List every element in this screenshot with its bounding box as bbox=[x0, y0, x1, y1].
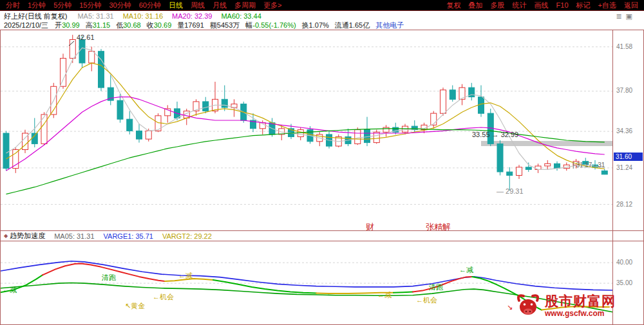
chart-annotation-5: | 31.17 - 31 bbox=[573, 162, 605, 169]
info-field-5: 额5453万 bbox=[210, 21, 240, 29]
indicator-annotation-2: ←减 bbox=[178, 272, 193, 279]
toolbar-tool-item-2[interactable]: 多股 bbox=[487, 0, 509, 10]
toolbar-period-item-2[interactable]: 5分钟 bbox=[50, 0, 75, 10]
ma-label-1: MA10: 31.16 bbox=[123, 12, 163, 20]
info-field-value-7: 1.07% bbox=[309, 21, 329, 29]
ma-label-2: MA20: 32.39 bbox=[172, 12, 212, 20]
indicator-annotation-9: ↘ bbox=[507, 303, 513, 311]
indicator-field-0: MA05: 31.31 bbox=[54, 232, 94, 240]
toolbar-right: 复权叠加多股统计画线F10标记+自选返回 bbox=[443, 0, 642, 10]
chart-annotation-1: 33.55 → 32.99 bbox=[472, 131, 518, 138]
toolbar-tool-item-6[interactable]: 标记 bbox=[573, 0, 594, 10]
watermark-url: www.gscfw.com bbox=[545, 309, 616, 319]
info-field-value-5: 5453万 bbox=[217, 21, 240, 29]
toolbar-period-item-8[interactable]: 月线 bbox=[209, 0, 231, 10]
info-field-9: 其他电子 bbox=[375, 21, 404, 29]
info-field-2: 低30.68 bbox=[116, 21, 141, 29]
chart-annotation-4: 张精解 bbox=[426, 222, 451, 230]
watermark-text: 股市财富网 www.gscfw.com bbox=[545, 293, 616, 319]
chart-annotation-0: 42.61 bbox=[77, 33, 95, 41]
app-root: 分时1分钟5分钟15分钟30分钟60分钟日线周线月线多周期更多> 复权叠加多股统… bbox=[0, 0, 644, 325]
y-axis-label: 41.58 bbox=[616, 43, 632, 50]
toolbar-period-item-5[interactable]: 60分钟 bbox=[135, 0, 165, 10]
title-icons: ≣▣ bbox=[616, 12, 636, 21]
toolbar-tool-item-0[interactable]: 复权 bbox=[443, 0, 465, 10]
y-axis-label: 37.80 bbox=[616, 87, 632, 94]
toolbar-period-item-10[interactable]: 更多> bbox=[260, 0, 285, 10]
indicator-annotation-5: ←减 bbox=[377, 291, 392, 299]
indicator-annotation-6: ←机会 bbox=[416, 296, 437, 304]
info-field-8: 流通1.65亿 bbox=[335, 21, 370, 29]
ma-line-MA10 bbox=[6, 63, 605, 169]
current-price-marker: 31.60 bbox=[614, 153, 643, 161]
stock-title: 好上好(日线 前复权) bbox=[4, 12, 67, 21]
indicator-annotation-0: ←减 bbox=[3, 286, 17, 293]
indicator-field-2: VARGT2: 29.22 bbox=[162, 232, 212, 240]
info-row: 2025/12/10/三 开30.99高31.15低30.68收30.69量17… bbox=[0, 21, 644, 30]
toolbar-tool-item-4[interactable]: 画线 bbox=[531, 0, 553, 10]
info-field-6: 幅-0.55(-1.76%) bbox=[245, 21, 296, 29]
info-field-7: 换1.07% bbox=[302, 21, 329, 29]
indicator-annotation-3: ←机会 bbox=[153, 293, 174, 301]
y-axis-label: 40.00 bbox=[616, 259, 632, 266]
toolbar-period-item-6[interactable]: 日线 bbox=[165, 0, 187, 10]
list-icon[interactable]: ≣ bbox=[616, 12, 625, 20]
info-field-value-6: -0.55(-1.76%) bbox=[252, 21, 296, 29]
y-axis-label: 31.24 bbox=[616, 164, 632, 171]
chart-annotation-2: — 29.31 bbox=[497, 187, 524, 195]
info-date: 2025/12/10/三 bbox=[4, 21, 48, 30]
watermark: 股市财富网 www.gscfw.com bbox=[515, 288, 643, 323]
info-field-value-3: 30.69 bbox=[154, 21, 172, 29]
y-axis-label: 28.12 bbox=[616, 201, 632, 208]
info-field-0: 开30.99 bbox=[55, 21, 80, 29]
title-row: 好上好(日线 前复权) MA5: 31.31MA10: 31.16MA20: 3… bbox=[0, 12, 644, 21]
info-field-label-6: 幅 bbox=[245, 21, 252, 29]
window-icon[interactable]: ▣ bbox=[626, 12, 636, 20]
toolbar-period-item-3[interactable]: 15分钟 bbox=[75, 0, 105, 10]
main-candlestick-chart[interactable]: 42.6133.55 → 32.99— 29.31财张精解| 31.17 - 3… bbox=[1, 30, 612, 230]
info-field-label-2: 低 bbox=[116, 21, 123, 29]
indicator-annotation-7: 清跑 bbox=[428, 283, 443, 291]
info-field-4: 量17691 bbox=[177, 21, 204, 29]
info-field-value-8: 1.65亿 bbox=[349, 21, 370, 29]
toolbar-tool-item-7[interactable]: +自选 bbox=[594, 0, 620, 10]
toolbar-tool-item-8[interactable]: 返回 bbox=[620, 0, 642, 10]
indicator-fields: MA05: 31.31VARGE1: 35.71VARGT2: 29.22 bbox=[54, 232, 221, 240]
toolbar-left: 分时1分钟5分钟15分钟30分钟60分钟日线周线月线多周期更多> bbox=[2, 0, 285, 10]
info-fields: 开30.99高31.15低30.68收30.69量17691额5453万幅-0.… bbox=[55, 21, 410, 30]
toolbar-tool-item-1[interactable]: 叠加 bbox=[465, 0, 487, 10]
toolbar-tool-item-3[interactable]: 统计 bbox=[509, 0, 531, 10]
toolbar-period-item-4[interactable]: 30分钟 bbox=[106, 0, 135, 10]
indicator-field-1: VARGE1: 35.71 bbox=[104, 232, 153, 240]
toolbar-period-item-0[interactable]: 分时 bbox=[2, 0, 24, 10]
ma-label-0: MA5: 31.31 bbox=[77, 12, 113, 20]
indicator-header: ◆ 趋势加速度 MA05: 31.31VARGE1: 35.71VARGT2: … bbox=[1, 230, 643, 241]
toolbar-period-item-1[interactable]: 1分钟 bbox=[24, 0, 50, 10]
y-axis-label: 35.00 bbox=[616, 279, 632, 286]
ma-line-MA60 bbox=[6, 129, 605, 194]
info-field-value-1: 31.15 bbox=[93, 21, 111, 29]
info-field-label-7: 换 bbox=[302, 21, 309, 29]
toolbar-period-item-9[interactable]: 多周期 bbox=[231, 0, 260, 10]
indicator-name[interactable]: 趋势加速度 bbox=[10, 231, 45, 241]
info-field-value-2: 30.68 bbox=[123, 21, 141, 29]
toolbar-period-item-7[interactable]: 周线 bbox=[187, 0, 209, 10]
indicator-annotation-4: ↖黄金 bbox=[125, 302, 145, 310]
indicator-annotation-8: ←减 bbox=[459, 266, 473, 274]
info-field-label-0: 开 bbox=[55, 21, 62, 29]
info-field-value-4: 17691 bbox=[184, 21, 204, 29]
info-field-label-3: 收 bbox=[147, 21, 154, 29]
indicator-icon: ◆ bbox=[4, 233, 8, 239]
bull-logo-icon bbox=[515, 292, 541, 319]
candles-layer bbox=[3, 35, 607, 190]
info-field-value-0: 30.99 bbox=[62, 21, 80, 29]
y-axis-label: 34.36 bbox=[616, 127, 632, 135]
info-field-label-5: 额 bbox=[210, 21, 217, 29]
info-field-3: 收30.69 bbox=[147, 21, 172, 29]
ma-line-MA5 bbox=[6, 48, 605, 169]
y-axis: 41.5837.8034.3631.6031.2428.1240.0035.00 bbox=[613, 30, 644, 325]
ma-label-3: MA60: 33.44 bbox=[221, 12, 261, 20]
toolbar-tool-item-5[interactable]: F10 bbox=[553, 0, 573, 10]
signal-segment-5 bbox=[393, 292, 413, 293]
watermark-site-name: 股市财富网 bbox=[545, 293, 616, 309]
